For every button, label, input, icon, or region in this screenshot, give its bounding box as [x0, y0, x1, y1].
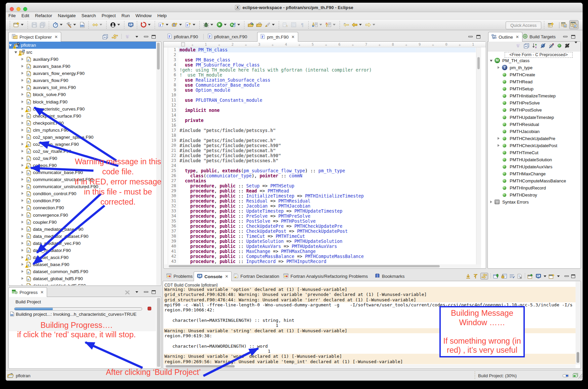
outline-row[interactable]: PMTHSetup [488, 85, 580, 92]
tree-row[interactable]: .c auxvars_toil_ims.F90 [9, 84, 156, 91]
maximize-view-icon[interactable] [571, 35, 575, 39]
code-line[interactable]: 7 use Realization_Subsurface_class [168, 78, 476, 83]
expand-toggle-icon[interactable] [22, 256, 25, 259]
editor-scrollbar-thumb[interactable] [477, 57, 480, 69]
scroll-to-top-icon[interactable] [473, 274, 478, 279]
code-line[interactable]: 22 #include "petsc/finclude/petscmat.h90… [168, 153, 476, 158]
build-dropdown-icon[interactable] [73, 24, 76, 26]
tree-row[interactable]: .c checkpoint_surface.F90 [9, 113, 156, 120]
open-resource-icon[interactable] [256, 22, 262, 28]
new-fortran-project-dropdown-icon[interactable] [166, 24, 168, 26]
console-hscrollbar-track[interactable] [163, 364, 576, 368]
code-line[interactable]: 37 procedure, public :: CheckUpdatePost … [168, 229, 476, 234]
debug-dropdown-icon[interactable] [210, 24, 213, 26]
code-line[interactable]: 43 procedure, public :: InputRecord => P… [168, 259, 476, 264]
resize-grip[interactable] [578, 373, 582, 379]
code-line[interactable]: 17 #include "petsc/finclude/petscsys.h" [168, 128, 476, 133]
tab-editor-pm-th[interactable]: F pm_th.F90 ✕ [257, 32, 298, 42]
fortran-perspective-button[interactable]: F [569, 20, 579, 29]
expand-toggle-icon[interactable] [498, 108, 501, 112]
explorer-scrollbar-track[interactable] [156, 42, 161, 285]
tree-row[interactable]: .c co2_sw.F90 [9, 155, 156, 162]
minimize-view-icon[interactable] [468, 36, 473, 37]
maximize-view-icon[interactable] [152, 35, 156, 39]
tab-fortran-analysis[interactable]: Fortran Analysis/Refactoring Problems [280, 271, 371, 281]
expand-toggle-icon[interactable] [15, 50, 18, 54]
tree-row[interactable]: .c checkpoint.F90 [9, 120, 156, 127]
previous-annotation-icon[interactable] [325, 22, 331, 28]
new-wizard-dropdown-icon[interactable] [21, 24, 24, 26]
expand-toggle-icon[interactable] [490, 59, 493, 62]
expand-toggle-icon[interactable] [498, 94, 501, 98]
expand-toggle-icon[interactable] [498, 137, 501, 140]
expand-toggle-icon[interactable] [22, 164, 25, 167]
debug-icon[interactable] [203, 22, 209, 28]
code-line[interactable]: 28 procedure, public :: Setup => PMTHSet… [168, 183, 476, 188]
outline-row[interactable]: PMTHPostSolve [488, 106, 580, 114]
tree-row[interactable]: .c data_mediator_vec.F90 [9, 240, 156, 247]
expand-toggle-icon[interactable] [498, 144, 501, 147]
menu-item[interactable]: File [8, 13, 16, 18]
last-edit-location-icon[interactable] [92, 22, 98, 28]
build-icon[interactable] [66, 22, 72, 28]
editor-hscrollbar-thumb[interactable] [169, 265, 440, 267]
outline-row[interactable]: PMTHPreSolve [488, 99, 580, 106]
expand-toggle-icon[interactable] [498, 186, 501, 190]
code-line[interactable]: 32 procedure, public :: Jacobian => PMTH… [168, 204, 476, 209]
code-line[interactable]: 8 use Communicator_Base_module [168, 83, 476, 88]
new-wizard-icon[interactable] [13, 22, 19, 28]
minimize-view-icon[interactable] [144, 291, 148, 293]
hide-fields-icon[interactable] [540, 43, 546, 50]
tree-row[interactable]: .c auxvars_flow_energy.F90 [9, 70, 156, 77]
expand-toggle-icon[interactable] [22, 277, 25, 280]
external-tools-icon[interactable] [230, 22, 236, 28]
expand-toggle-icon[interactable] [22, 157, 25, 160]
last-location-icon[interactable] [343, 22, 349, 28]
hide-non-public-icon[interactable] [557, 43, 562, 49]
menu-item[interactable]: Run [121, 13, 130, 18]
code-line[interactable]: 27 contains [168, 178, 476, 183]
expand-toggle-icon[interactable] [498, 116, 501, 119]
code-line[interactable]: 5 !geh: using TH_module here fails with … [168, 68, 476, 73]
expand-toggle-icon[interactable] [498, 80, 501, 84]
run-dropdown-icon[interactable] [224, 24, 227, 26]
run-icon[interactable] [217, 22, 223, 28]
show-source-icon[interactable] [282, 22, 288, 28]
expand-toggle-icon[interactable] [498, 73, 501, 77]
link-editor-icon[interactable] [112, 34, 118, 39]
expand-toggle-icon[interactable] [22, 263, 25, 266]
close-tab-icon[interactable]: ✕ [516, 35, 519, 39]
next-annotation-dropdown-icon[interactable] [319, 24, 322, 26]
tree-row[interactable]: .c communicator_unstructured.F90 [9, 183, 156, 190]
expand-toggle-icon[interactable] [498, 172, 501, 176]
open-console-dropdown-icon[interactable] [557, 275, 560, 277]
code-line[interactable]: 15 private [168, 118, 476, 123]
code-line[interactable]: 34 procedure, public :: PreSolve => PMTH… [168, 214, 476, 219]
forward-dropdown-icon[interactable] [373, 24, 375, 26]
code-line[interactable]: 9 use Option_module [168, 88, 476, 93]
menu-item[interactable]: Project [102, 13, 116, 18]
maximize-view-icon[interactable] [152, 290, 156, 294]
expand-toggle-icon[interactable] [498, 165, 501, 169]
menu-item[interactable]: Help [157, 13, 167, 18]
tree-row[interactable]: .c dataset_ascii.F90 [9, 254, 156, 261]
open-type-icon[interactable] [248, 22, 254, 28]
tab-progress[interactable]: Progress ✕ [8, 287, 47, 297]
expand-toggle-icon[interactable] [22, 72, 25, 75]
tree-row[interactable]: .c communicator_base.F90 [9, 169, 156, 176]
new-fortran-file-icon[interactable]: F [185, 22, 191, 28]
minimize-view-icon[interactable] [563, 36, 567, 37]
expand-toggle-icon[interactable] [22, 79, 25, 82]
tree-row[interactable]: .c src [9, 49, 156, 56]
expand-toggle-icon[interactable] [22, 227, 25, 231]
expand-toggle-icon[interactable] [22, 213, 25, 217]
restart-icon[interactable] [141, 22, 147, 28]
console-text[interactable]: Warning: Unused variable 'option' declar… [164, 287, 577, 364]
expand-toggle-icon[interactable] [22, 93, 25, 96]
highlighter-dropdown-icon[interactable] [272, 24, 275, 26]
outline-row[interactable]: PMTHJacobian [488, 128, 580, 135]
next-annotation-icon[interactable] [312, 22, 318, 28]
code-line[interactable]: 39 procedure, public :: UpdateSolution =… [168, 239, 476, 244]
show-whitespace-icon[interactable]: ¶ [299, 22, 305, 28]
code-line[interactable]: 4 use PM_Subsurface_Flow_class [168, 62, 476, 68]
